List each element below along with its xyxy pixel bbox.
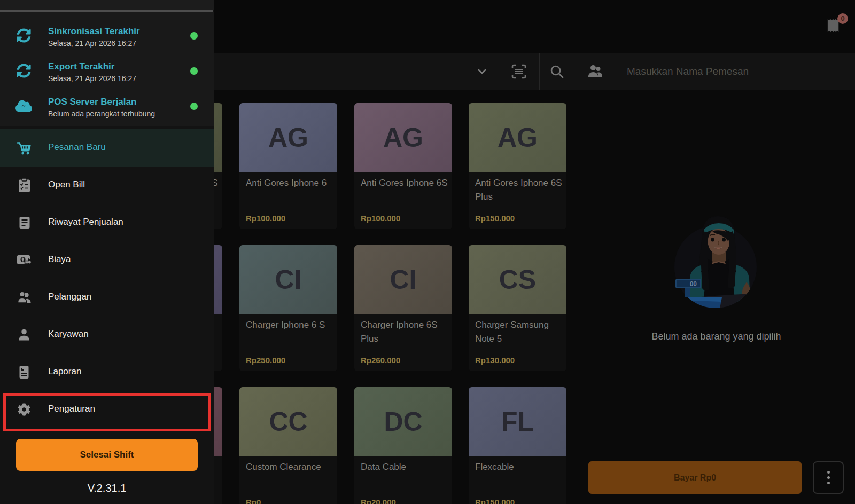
svg-text:00: 00 [690,280,697,288]
